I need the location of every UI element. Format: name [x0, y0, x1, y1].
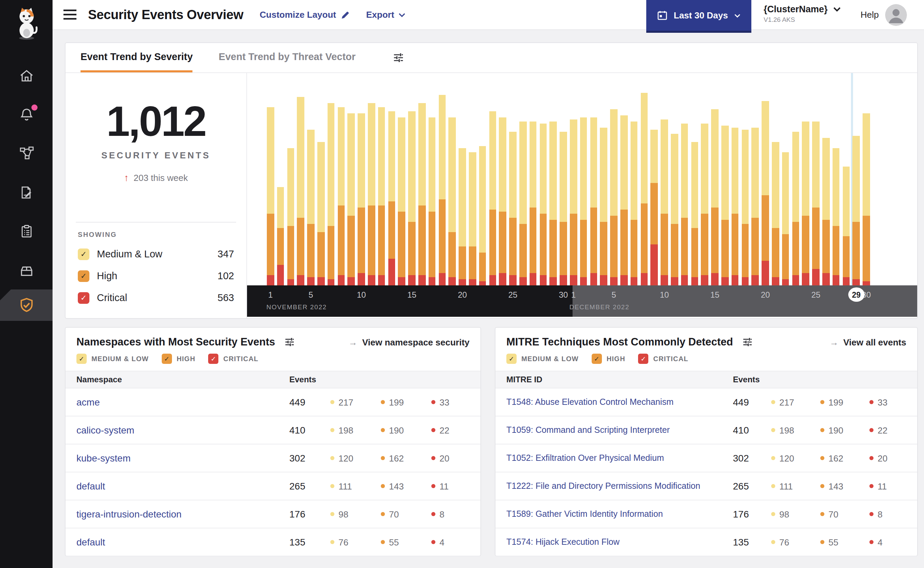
chart-bar-day-11[interactable] — [368, 103, 375, 286]
chart-bar-day-12[interactable] — [378, 107, 385, 286]
row-link[interactable]: default — [77, 536, 289, 547]
chart-bar-day-52[interactable] — [782, 152, 789, 286]
chart-bar-day-22[interactable] — [479, 146, 486, 286]
filter-high[interactable]: ✓HIGH — [162, 353, 196, 364]
row-link[interactable]: tigera-intrusion-detection — [77, 509, 289, 520]
filter-high[interactable]: ✓HIGH — [592, 353, 626, 364]
chart-bar-day-15[interactable] — [408, 111, 415, 286]
tab-event-trend-by-threat-vector[interactable]: Event Trend by Threat Vector — [219, 43, 356, 73]
chart-bar-day-59[interactable] — [853, 136, 860, 286]
legend-item-critical[interactable]: ✓Critical563 — [78, 287, 234, 308]
checkbox-critical[interactable]: ✓ — [208, 353, 219, 364]
row-link[interactable]: acme — [77, 397, 289, 408]
chart-bar-day-8[interactable] — [338, 107, 345, 286]
chart-bar-day-30[interactable] — [559, 132, 567, 286]
checkbox-high[interactable]: ✓ — [592, 353, 602, 364]
row-link[interactable]: default — [77, 480, 289, 491]
chart-bar-day-24[interactable] — [499, 118, 506, 286]
filter-critical[interactable]: ✓CRITICAL — [638, 353, 689, 364]
chart-bar-day-29[interactable] — [550, 121, 557, 286]
checkbox-critical[interactable]: ✓ — [638, 353, 649, 364]
row-link[interactable]: kube-system — [77, 453, 289, 464]
sidebar-item-workloads[interactable] — [0, 251, 53, 290]
chart-bar-day-1[interactable] — [267, 107, 274, 286]
chart-bar-day-56[interactable] — [822, 138, 829, 286]
trend-settings-icon[interactable] — [392, 52, 404, 63]
sidebar-item-alerts[interactable] — [0, 95, 53, 134]
export-menu[interactable]: Export — [366, 9, 405, 20]
chart-bar-day-21[interactable] — [469, 152, 476, 286]
chart-bar-day-4[interactable] — [297, 97, 304, 286]
brand-cat-logo[interactable] — [13, 5, 40, 42]
chart-bar-day-47[interactable] — [731, 128, 739, 286]
selected-day-badge[interactable]: 29 — [848, 287, 864, 302]
checkbox-medium-low[interactable]: ✓ — [77, 353, 87, 364]
sidebar-item-threat-defense[interactable] — [0, 290, 53, 321]
chart-bar-day-58[interactable] — [843, 166, 850, 286]
checkbox-high[interactable]: ✓ — [78, 270, 89, 282]
chart-bar-day-60[interactable] — [862, 113, 870, 286]
cluster-selector[interactable]: {ClusterName} V1.26 AKS — [764, 4, 841, 23]
chart-bar-day-35[interactable] — [610, 109, 617, 286]
legend-item-high[interactable]: ✓High102 — [78, 265, 234, 287]
checkbox-critical[interactable]: ✓ — [78, 292, 89, 304]
filter-medium-low[interactable]: ✓MEDIUM & LOW — [77, 353, 149, 364]
help-link[interactable]: Help — [861, 9, 879, 20]
chart-bar-day-2[interactable] — [277, 187, 284, 286]
chart-bar-day-13[interactable] — [388, 111, 395, 286]
chart-bar-day-6[interactable] — [317, 142, 324, 286]
chart-bar-day-32[interactable] — [580, 118, 587, 286]
chart-bar-day-23[interactable] — [489, 111, 496, 286]
checkbox-medium-low[interactable]: ✓ — [78, 248, 89, 260]
chart-bar-day-27[interactable] — [529, 121, 537, 286]
chart-bar-day-55[interactable] — [812, 121, 819, 286]
checkbox-high[interactable]: ✓ — [162, 353, 172, 364]
chart-bar-day-10[interactable] — [357, 113, 365, 286]
view-namespace-security-link[interactable]: → View namespace security — [348, 337, 469, 347]
chart-bar-day-50[interactable] — [761, 101, 769, 286]
chart-bar-day-34[interactable] — [600, 128, 607, 286]
checkbox-medium-low[interactable]: ✓ — [506, 353, 517, 364]
chart-bar-day-42[interactable] — [681, 124, 688, 286]
row-link[interactable]: T1222: File and Directory Permissions Mo… — [506, 481, 733, 491]
row-link[interactable]: T1574: Hijack Execution Flow — [506, 537, 733, 547]
chart-bar-day-36[interactable] — [620, 115, 627, 286]
sidebar-item-compliance[interactable] — [0, 211, 53, 251]
namespaces-settings-icon[interactable] — [284, 337, 295, 347]
menu-toggle-button[interactable] — [61, 7, 79, 23]
chart-bar-day-41[interactable] — [671, 134, 678, 286]
filter-medium-low[interactable]: ✓MEDIUM & LOW — [506, 353, 579, 364]
row-link[interactable]: T1052: Exfiltration Over Physical Medium — [506, 453, 733, 463]
chart-bar-day-17[interactable] — [428, 118, 436, 286]
chart-bar-day-57[interactable] — [832, 148, 840, 286]
filter-critical[interactable]: ✓CRITICAL — [208, 353, 259, 364]
chart-bar-day-14[interactable] — [398, 118, 405, 286]
chart-bar-day-45[interactable] — [711, 109, 718, 286]
date-range-button[interactable]: Last 30 Days — [646, 0, 751, 33]
chart-bar-day-46[interactable] — [721, 125, 728, 286]
chart-bar-day-16[interactable] — [418, 103, 425, 286]
user-avatar[interactable] — [885, 4, 907, 26]
chart-bar-day-53[interactable] — [792, 132, 799, 286]
row-link[interactable]: T1548: Abuse Elevation Control Mechanism — [506, 397, 733, 407]
row-link[interactable]: T1059: Command and Scripting Interpreter — [506, 425, 733, 435]
chart-bar-day-44[interactable] — [701, 124, 708, 286]
chart-bar-day-38[interactable] — [641, 93, 648, 286]
tab-event-trend-by-severity[interactable]: Event Trend by Severity — [80, 43, 193, 73]
chart-bar-day-40[interactable] — [660, 119, 668, 286]
chart-bar-day-19[interactable] — [449, 118, 456, 286]
chart-bar-day-5[interactable] — [307, 130, 314, 286]
chart-bar-day-43[interactable] — [691, 142, 698, 286]
chart-bar-day-31[interactable] — [570, 119, 577, 286]
chart-bar-day-9[interactable] — [348, 113, 355, 286]
chart-bar-day-26[interactable] — [519, 121, 526, 286]
view-all-events-link[interactable]: → View all events — [829, 337, 906, 347]
chart-bar-day-51[interactable] — [772, 142, 779, 286]
chart-bar-day-33[interactable] — [590, 118, 597, 286]
chart-bar-day-48[interactable] — [742, 130, 749, 286]
chart-bar-day-37[interactable] — [630, 121, 638, 286]
sidebar-item-policies[interactable] — [0, 173, 53, 211]
chart-bar-day-54[interactable] — [802, 121, 809, 286]
customize-layout-link[interactable]: Customize Layout — [260, 9, 350, 20]
chart-bar-day-20[interactable] — [458, 148, 466, 286]
